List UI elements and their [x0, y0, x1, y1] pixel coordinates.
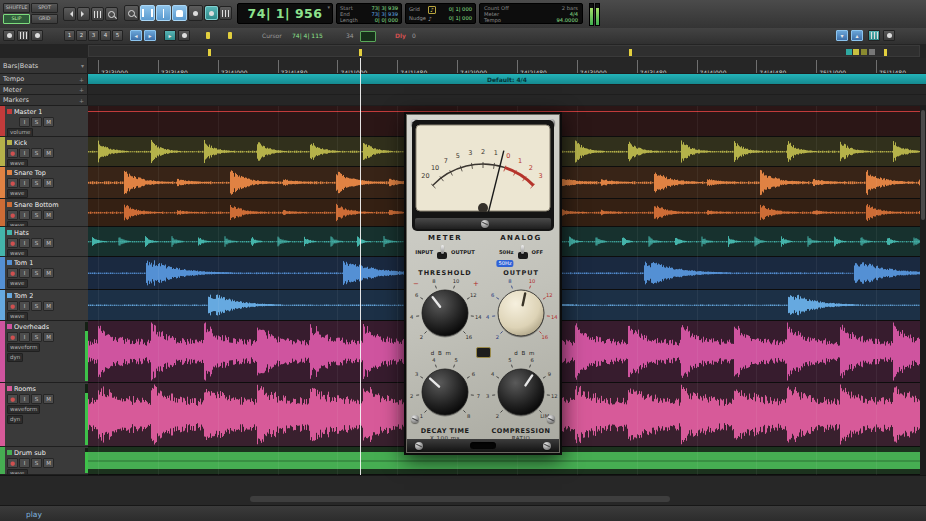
track-header[interactable]: Drum sub ● I S M wave — [0, 447, 88, 475]
link-track-button[interactable] — [219, 6, 232, 20]
track-name[interactable]: Rooms — [14, 385, 36, 393]
grid-note-icon[interactable]: ♪ — [428, 6, 436, 14]
zoom-in-button[interactable] — [77, 7, 90, 21]
zoom-waveform-button[interactable] — [91, 7, 104, 21]
link-timeline-button[interactable] — [205, 6, 218, 20]
track-header[interactable]: Kick ● I S M wave — [0, 137, 88, 167]
mute-button[interactable]: M — [43, 148, 54, 158]
track-name-row[interactable]: Drum sub — [7, 448, 86, 457]
session-setup-button[interactable] — [868, 30, 880, 41]
decay-time-knob[interactable]: 12345678 — [408, 356, 482, 426]
trim-tool-button[interactable] — [140, 5, 155, 21]
add-marker-icon[interactable]: + — [79, 97, 84, 104]
mute-button[interactable]: M — [43, 458, 54, 468]
track-header[interactable]: Overheads ● I S M waveform dyn — [0, 321, 88, 383]
track-header[interactable]: Tom 2 ● I S M wave — [0, 290, 88, 321]
sidechain-filter-toggle[interactable] — [516, 245, 530, 260]
mirrored-midi-button[interactable] — [31, 30, 43, 41]
add-meter-icon[interactable]: + — [79, 86, 84, 93]
marker-flag[interactable] — [359, 49, 362, 56]
mute-button[interactable]: M — [43, 301, 54, 311]
track-name[interactable]: Overheads — [14, 323, 49, 331]
length-value[interactable]: 0| 0| 000 — [375, 17, 398, 23]
edit-mode-button[interactable]: SHUFFLE — [3, 3, 30, 13]
window-config-button[interactable] — [883, 30, 895, 41]
mute-button[interactable]: M — [43, 332, 54, 342]
track-name[interactable]: Tom 2 — [14, 292, 33, 300]
add-tempo-icon[interactable]: + — [79, 76, 84, 83]
track-view-selector[interactable]: wave — [7, 189, 28, 198]
grid-value[interactable]: 0| 1| 000 — [449, 5, 472, 14]
solo-button[interactable]: S — [31, 458, 42, 468]
meter-ruler[interactable]: Meter + — [0, 85, 926, 95]
input-monitor-button[interactable]: I — [19, 458, 30, 468]
nudge-note-icon[interactable]: ♪ — [428, 14, 432, 23]
tempo-ruler[interactable]: Tempo + Default: 4/4 — [0, 74, 926, 85]
solo-button[interactable]: S — [31, 238, 42, 248]
main-counter[interactable]: 74| 1| 956 ▾ — [237, 3, 333, 24]
mute-button[interactable]: M — [43, 394, 54, 404]
track-name[interactable]: Drum sub — [14, 449, 46, 457]
track-name-row[interactable]: Kick — [7, 138, 86, 147]
solo-button[interactable]: S — [31, 117, 42, 127]
track-view-selector[interactable]: wave — [7, 249, 28, 257]
meter-source-toggle[interactable] — [435, 245, 449, 260]
main-counter-value[interactable]: 74| 1| 956 — [238, 4, 332, 23]
zoom-tool-button[interactable] — [105, 7, 118, 21]
bars-beats-ruler[interactable]: Bars|Beats ▾ 73|3|00073|3|48073|4|00073|… — [0, 58, 926, 74]
record-enable-button[interactable]: ● — [7, 332, 18, 342]
zoom-out-button[interactable] — [63, 7, 76, 21]
mute-button[interactable]: M — [43, 117, 54, 127]
memory-location-button[interactable]: 1 — [64, 30, 75, 41]
edit-mode-button[interactable]: SLIP — [3, 14, 30, 24]
solo-button[interactable]: S — [31, 178, 42, 188]
track-name-row[interactable]: Master 1 — [7, 107, 86, 116]
track-view-selector[interactable]: waveform — [7, 343, 40, 352]
input-monitor-button[interactable]: I — [19, 210, 30, 220]
compressor-plugin-window[interactable]: 2010753210123 METER ANALOG INPUT OUTPUT … — [404, 112, 562, 455]
mute-button[interactable]: M — [43, 238, 54, 248]
track-name[interactable]: Snare Top — [14, 169, 46, 177]
solo-button[interactable]: S — [31, 268, 42, 278]
track-name-row[interactable]: Snare Top — [7, 168, 86, 177]
track-view-selector[interactable]: volume — [7, 128, 33, 137]
vertical-scrollbar-thumb[interactable] — [921, 110, 925, 220]
play-selection-button[interactable]: ▸ — [164, 30, 176, 41]
track-header[interactable]: Snare Top ● I S M wave — [0, 167, 88, 199]
tempo-event-bar[interactable]: Default: 4/4 — [88, 74, 926, 84]
track-name-row[interactable]: Tom 2 — [7, 291, 86, 300]
markers-ruler-header[interactable]: Markers + — [0, 95, 88, 105]
solo-button[interactable]: S — [31, 148, 42, 158]
track-name[interactable]: Kick — [14, 139, 27, 147]
memory-location-button[interactable]: 2 — [76, 30, 87, 41]
universe-view[interactable] — [88, 45, 920, 57]
nudge-forward-button[interactable]: ▸ — [144, 30, 156, 41]
markers-ruler-body[interactable] — [88, 95, 926, 105]
universe-strip[interactable] — [0, 44, 926, 59]
track-view-selector-2[interactable]: dyn — [7, 415, 23, 424]
input-monitor-button[interactable]: I — [19, 117, 30, 127]
nudge-back-button[interactable]: ◂ — [130, 30, 142, 41]
threshold-knob[interactable]: 246810121416−+ — [408, 277, 482, 347]
track-header[interactable]: Tom 1 ● I S M wave — [0, 257, 88, 290]
edit-mode-button[interactable]: SPOT — [31, 3, 58, 13]
track-name[interactable]: Tom 1 — [14, 259, 33, 267]
record-enable-button[interactable]: ● — [7, 301, 18, 311]
meter-ruler-header[interactable]: Meter + — [0, 85, 88, 94]
track-name-row[interactable]: Overheads — [7, 322, 86, 331]
record-enable-button[interactable]: ● — [7, 238, 18, 248]
track-header[interactable]: Master 1 ● I S M volume — [0, 106, 88, 137]
track-view-selector-2[interactable]: dyn — [7, 353, 23, 362]
record-enable-button[interactable]: ● — [7, 394, 18, 404]
output-knob[interactable]: 246810121416 — [484, 277, 558, 347]
marker-flag[interactable] — [884, 49, 887, 56]
solo-button[interactable]: S — [31, 332, 42, 342]
input-monitor-button[interactable]: I — [19, 268, 30, 278]
track-name-row[interactable]: Tom 1 — [7, 258, 86, 267]
selector-tool-button[interactable] — [156, 5, 171, 21]
track-header[interactable]: Rooms ● I S M waveform dyn — [0, 383, 88, 447]
tempo-ruler-header[interactable]: Tempo + — [0, 74, 88, 84]
record-enable-button[interactable]: ● — [7, 210, 18, 220]
memory-location-button[interactable]: 3 — [88, 30, 99, 41]
bars-beats-ruler-header[interactable]: Bars|Beats ▾ — [0, 58, 88, 73]
